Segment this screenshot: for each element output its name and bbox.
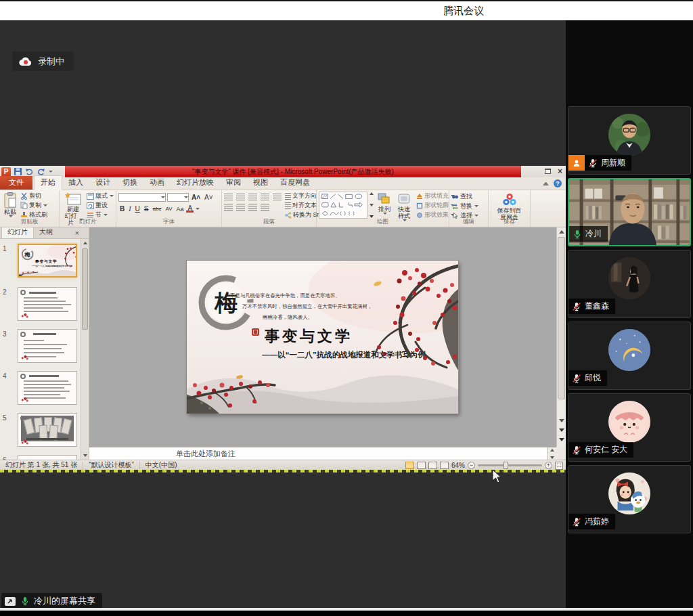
zoom-in-button[interactable]: +	[545, 462, 552, 469]
window-title: “事变与文学” 课件 [兼容模式] - Microsoft PowerPoint…	[192, 167, 394, 177]
tab-slides-thumbnails[interactable]: 幻灯片	[1, 227, 34, 238]
tab-transitions[interactable]: 切换	[116, 176, 143, 190]
grow-font-button[interactable]: A˄	[190, 193, 202, 202]
thumbnails-scrollbar[interactable]	[81, 239, 89, 460]
participant-tile[interactable]: 冯茹婷	[568, 465, 691, 533]
font-color-button[interactable]: A	[186, 205, 194, 213]
reset-button[interactable]: 重设	[87, 201, 114, 210]
layout-button[interactable]: 版式	[87, 192, 114, 200]
restore-window-button[interactable]	[545, 169, 551, 174]
participant-tile-active-speaker[interactable]: 冷川	[568, 178, 691, 246]
share-banner-label: 冷川的屏幕共享	[34, 595, 95, 607]
participant-tile[interactable]: 邱悦	[568, 322, 691, 390]
change-case-button[interactable]: Aa	[175, 204, 185, 213]
font-size-combobox[interactable]	[167, 193, 189, 202]
shadow-button[interactable]: abc	[151, 204, 162, 213]
avatar	[608, 257, 650, 299]
group-label-clipboard: 剪贴板	[0, 218, 59, 226]
qat-dropdown-icon[interactable]	[49, 171, 53, 173]
redo-icon[interactable]	[37, 168, 45, 176]
next-slide-icon[interactable]	[559, 438, 564, 441]
find-button[interactable]: 查找	[451, 192, 486, 201]
zoom-level[interactable]: 64%	[451, 462, 465, 469]
character-spacing-button[interactable]: AV	[164, 204, 173, 213]
help-icon[interactable]: ?	[554, 179, 562, 188]
tab-home[interactable]: 开始	[34, 175, 62, 190]
screen-share-banner[interactable]: 冷川的屏幕共享	[1, 593, 102, 609]
tab-animations[interactable]: 动画	[143, 176, 171, 190]
replace-button[interactable]: 替换	[451, 202, 486, 211]
align-left-icon[interactable]	[224, 204, 233, 211]
font-color-dropdown-icon[interactable]	[196, 208, 200, 210]
recording-indicator[interactable]: 录制中	[12, 51, 74, 71]
bold-button[interactable]: B	[118, 204, 126, 213]
slide-thumbnail-1[interactable]: 梅 事变与文学 ——以“一二八”抗战的战地报道和文学书写为例	[18, 244, 77, 278]
decrease-indent-icon[interactable]	[248, 194, 257, 200]
save-to-baidu-button[interactable]: 保存到百 度网盘	[491, 192, 528, 221]
current-slide[interactable]: 梅 不是与凡桃俗李在春光中争艳，而是在天寒地坼、 万木不禁寒风时，独自傲然挺立，…	[187, 261, 458, 414]
zoom-out-button[interactable]: −	[468, 462, 475, 469]
tab-review[interactable]: 审阅	[220, 176, 247, 190]
shrink-font-button[interactable]: A˅	[203, 193, 215, 202]
editor-scrollbar[interactable]	[556, 227, 566, 447]
font-name-combobox[interactable]	[118, 193, 166, 202]
increase-indent-icon[interactable]	[261, 194, 269, 200]
cut-button[interactable]: 剪切	[20, 192, 47, 200]
participant-tile[interactable]: 周新顺	[568, 106, 691, 175]
save-icon[interactable]	[14, 167, 22, 176]
normal-view-button[interactable]	[405, 462, 414, 469]
underline-button[interactable]: U	[134, 204, 141, 213]
new-slide-button[interactable]: 新建 幻灯片	[62, 192, 85, 219]
replace-icon	[451, 203, 459, 210]
shapes-scroll-up-icon[interactable]	[370, 192, 374, 195]
tab-slideshow[interactable]: 幻灯片放映	[171, 176, 220, 190]
line-spacing-icon[interactable]	[273, 194, 282, 200]
close-panel-icon[interactable]: ×	[75, 229, 79, 237]
tab-file[interactable]: 文件	[0, 176, 32, 190]
numbering-icon[interactable]	[236, 194, 245, 200]
italic-button[interactable]: I	[127, 204, 132, 213]
justify-icon[interactable]	[261, 204, 269, 211]
zoom-slider[interactable]	[478, 464, 542, 466]
copy-button[interactable]: 复制	[20, 201, 47, 210]
tab-baidu-netdisk[interactable]: 百度网盘	[274, 176, 316, 190]
reading-view-button[interactable]	[428, 462, 437, 469]
align-center-icon[interactable]	[236, 204, 245, 211]
participant-tile[interactable]: 董鑫森	[568, 250, 691, 318]
zoom-slider-thumb[interactable]	[504, 462, 508, 469]
undo-icon[interactable]	[25, 168, 34, 176]
slide-thumbnail-5[interactable]	[18, 413, 77, 447]
slide-sorter-view-button[interactable]	[417, 462, 426, 469]
collapse-ribbon-icon[interactable]	[543, 182, 549, 185]
mic-muted-icon	[572, 374, 581, 383]
tab-insert[interactable]: 插入	[62, 176, 89, 190]
previous-slide-icon[interactable]	[559, 428, 564, 432]
shapes-scroll-down-icon[interactable]	[370, 204, 374, 206]
notes-pane[interactable]: 单击此处添加备注	[89, 447, 556, 460]
language-status[interactable]: 中文(中国)	[140, 462, 183, 469]
notes-scrollbar[interactable]	[547, 447, 556, 460]
slide-thumbnail-3[interactable]	[18, 329, 77, 363]
paste-button[interactable]: 粘贴	[2, 192, 18, 219]
bullets-icon[interactable]	[224, 194, 233, 200]
strikethrough-button[interactable]: S	[143, 204, 150, 213]
tab-view[interactable]: 视图	[247, 176, 274, 190]
find-icon	[451, 194, 459, 200]
close-window-button[interactable]: ×	[558, 167, 562, 175]
tab-outline[interactable]: 大纲	[34, 227, 58, 238]
slideshow-view-button[interactable]	[440, 462, 449, 469]
participant-tile[interactable]: 何安仁 安大	[568, 393, 691, 462]
align-right-icon[interactable]	[248, 204, 257, 211]
shapes-gallery[interactable]	[319, 192, 367, 219]
group-label-font: 字体	[116, 218, 221, 226]
slide-thumbnail-6[interactable]	[18, 455, 77, 460]
slide-thumbnail-2[interactable]	[18, 287, 77, 321]
powerpoint-logo-icon[interactable]: P	[1, 167, 11, 177]
tab-design[interactable]: 设计	[89, 176, 116, 190]
arrange-button[interactable]: 排列	[376, 192, 393, 219]
slide-thumbnail-4[interactable]	[18, 371, 77, 405]
quick-styles-button[interactable]: 快速样式	[395, 192, 413, 219]
slide-editor[interactable]: 梅 不是与凡桃俗李在春光中争艳，而是在天寒地坼、 万木不禁寒风时，独自傲然挺立，…	[89, 227, 556, 447]
fit-to-window-button[interactable]: ⛶	[555, 462, 563, 470]
align-text-icon	[285, 202, 291, 209]
